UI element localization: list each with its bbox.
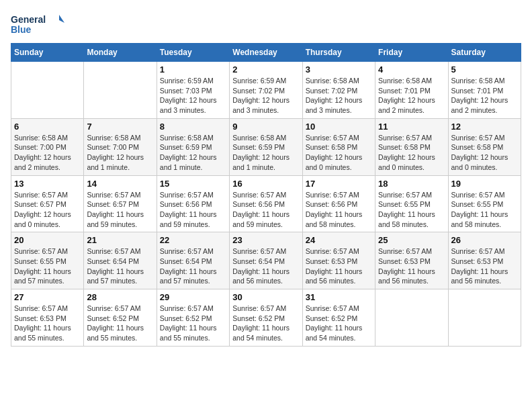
day-info: Sunrise: 6:57 AM Sunset: 6:54 PM Dayligh… [87,246,153,286]
day-info: Sunrise: 6:57 AM Sunset: 6:56 PM Dayligh… [232,190,299,230]
calendar-cell: 4Sunrise: 6:58 AM Sunset: 7:01 PM Daylig… [375,62,448,119]
day-number: 26 [451,235,518,245]
calendar-cell [375,289,448,347]
day-number: 12 [451,122,518,132]
calendar-cell: 12Sunrise: 6:57 AM Sunset: 6:58 PM Dayli… [448,118,521,175]
day-number: 28 [87,292,153,302]
day-info: Sunrise: 6:57 AM Sunset: 6:58 PM Dayligh… [451,133,518,173]
calendar-cell: 21Sunrise: 6:57 AM Sunset: 6:54 PM Dayli… [84,232,157,289]
calendar-cell: 19Sunrise: 6:57 AM Sunset: 6:55 PM Dayli… [448,175,521,232]
day-info: Sunrise: 6:58 AM Sunset: 7:02 PM Dayligh… [306,76,372,116]
day-info: Sunrise: 6:58 AM Sunset: 6:59 PM Dayligh… [232,133,299,173]
day-number: 29 [160,292,226,302]
day-number: 10 [306,122,372,132]
calendar-cell: 18Sunrise: 6:57 AM Sunset: 6:55 PM Dayli… [375,175,448,232]
calendar-cell [11,62,84,119]
calendar-cell: 1Sunrise: 6:59 AM Sunset: 7:03 PM Daylig… [157,62,229,119]
calendar-cell [84,62,157,119]
day-info: Sunrise: 6:59 AM Sunset: 7:02 PM Dayligh… [232,76,299,116]
day-info: Sunrise: 6:57 AM Sunset: 6:56 PM Dayligh… [160,190,226,230]
day-number: 11 [378,122,445,132]
calendar-cell: 3Sunrise: 6:58 AM Sunset: 7:02 PM Daylig… [302,62,375,119]
weekday-header: Friday [375,44,448,62]
day-info: Sunrise: 6:58 AM Sunset: 7:01 PM Dayligh… [378,76,445,116]
day-number: 2 [232,64,299,75]
day-number: 23 [232,235,299,245]
day-number: 22 [160,235,226,245]
calendar-header-row: SundayMondayTuesdayWednesdayThursdayFrid… [11,44,521,62]
calendar-cell: 27Sunrise: 6:57 AM Sunset: 6:53 PM Dayli… [11,289,84,347]
day-number: 18 [378,179,445,189]
calendar-cell [448,289,521,347]
calendar-cell: 30Sunrise: 6:57 AM Sunset: 6:52 PM Dayli… [230,289,302,347]
calendar-cell: 11Sunrise: 6:57 AM Sunset: 6:58 PM Dayli… [375,118,448,175]
day-number: 27 [14,292,81,302]
day-info: Sunrise: 6:57 AM Sunset: 6:55 PM Dayligh… [378,190,445,230]
day-number: 1 [160,64,226,75]
day-info: Sunrise: 6:57 AM Sunset: 6:54 PM Dayligh… [160,246,226,286]
calendar-cell: 23Sunrise: 6:57 AM Sunset: 6:54 PM Dayli… [230,232,302,289]
day-number: 7 [87,122,153,132]
calendar-cell: 17Sunrise: 6:57 AM Sunset: 6:56 PM Dayli… [302,175,375,232]
day-info: Sunrise: 6:57 AM Sunset: 6:58 PM Dayligh… [378,133,445,173]
calendar-cell: 2Sunrise: 6:59 AM Sunset: 7:02 PM Daylig… [230,62,302,119]
page-header: General Blue [11,11,521,38]
logo: General Blue [11,11,64,38]
day-number: 3 [306,64,372,75]
calendar-cell: 22Sunrise: 6:57 AM Sunset: 6:54 PM Dayli… [157,232,229,289]
day-info: Sunrise: 6:59 AM Sunset: 7:03 PM Dayligh… [160,76,226,116]
calendar-cell: 25Sunrise: 6:57 AM Sunset: 6:53 PM Dayli… [375,232,448,289]
calendar-cell: 13Sunrise: 6:57 AM Sunset: 6:57 PM Dayli… [11,175,84,232]
calendar-cell: 7Sunrise: 6:58 AM Sunset: 7:00 PM Daylig… [84,118,157,175]
calendar-cell: 29Sunrise: 6:57 AM Sunset: 6:52 PM Dayli… [157,289,229,347]
day-number: 19 [451,179,518,189]
calendar-cell: 26Sunrise: 6:57 AM Sunset: 6:53 PM Dayli… [448,232,521,289]
day-info: Sunrise: 6:57 AM Sunset: 6:56 PM Dayligh… [306,190,372,230]
day-info: Sunrise: 6:57 AM Sunset: 6:55 PM Dayligh… [451,190,518,230]
day-info: Sunrise: 6:57 AM Sunset: 6:58 PM Dayligh… [306,133,372,173]
day-info: Sunrise: 6:57 AM Sunset: 6:52 PM Dayligh… [160,304,226,343]
day-info: Sunrise: 6:58 AM Sunset: 7:00 PM Dayligh… [87,133,153,173]
day-info: Sunrise: 6:58 AM Sunset: 7:00 PM Dayligh… [14,133,81,173]
day-number: 9 [232,122,299,132]
day-info: Sunrise: 6:57 AM Sunset: 6:52 PM Dayligh… [232,304,299,343]
calendar-cell: 20Sunrise: 6:57 AM Sunset: 6:55 PM Dayli… [11,232,84,289]
day-number: 15 [160,179,226,189]
day-info: Sunrise: 6:57 AM Sunset: 6:53 PM Dayligh… [451,246,518,286]
calendar-cell: 28Sunrise: 6:57 AM Sunset: 6:52 PM Dayli… [84,289,157,347]
day-number: 16 [232,179,299,189]
calendar-week-row: 13Sunrise: 6:57 AM Sunset: 6:57 PM Dayli… [11,175,521,232]
calendar-week-row: 20Sunrise: 6:57 AM Sunset: 6:55 PM Dayli… [11,232,521,289]
calendar-cell: 15Sunrise: 6:57 AM Sunset: 6:56 PM Dayli… [157,175,229,232]
day-number: 25 [378,235,445,245]
calendar-cell: 10Sunrise: 6:57 AM Sunset: 6:58 PM Dayli… [302,118,375,175]
day-info: Sunrise: 6:57 AM Sunset: 6:53 PM Dayligh… [306,246,372,286]
svg-marker-2 [59,15,64,23]
weekday-header: Thursday [302,44,375,62]
day-info: Sunrise: 6:57 AM Sunset: 6:53 PM Dayligh… [378,246,445,286]
day-number: 24 [306,235,372,245]
day-info: Sunrise: 6:58 AM Sunset: 7:01 PM Dayligh… [451,76,518,116]
calendar-cell: 6Sunrise: 6:58 AM Sunset: 7:00 PM Daylig… [11,118,84,175]
weekday-header: Wednesday [230,44,302,62]
calendar-week-row: 27Sunrise: 6:57 AM Sunset: 6:53 PM Dayli… [11,289,521,347]
weekday-header: Tuesday [157,44,229,62]
day-number: 20 [14,235,81,245]
calendar-cell: 31Sunrise: 6:57 AM Sunset: 6:52 PM Dayli… [302,289,375,347]
calendar-cell: 14Sunrise: 6:57 AM Sunset: 6:57 PM Dayli… [84,175,157,232]
weekday-header: Sunday [11,44,84,62]
logo-svg: General Blue [11,11,64,38]
day-number: 13 [14,179,81,189]
calendar-table: SundayMondayTuesdayWednesdayThursdayFrid… [11,43,521,347]
svg-text:Blue: Blue [11,24,32,35]
day-number: 31 [306,292,372,302]
day-number: 6 [14,122,81,132]
day-number: 21 [87,235,153,245]
day-info: Sunrise: 6:57 AM Sunset: 6:57 PM Dayligh… [87,190,153,230]
day-number: 8 [160,122,226,132]
day-info: Sunrise: 6:58 AM Sunset: 6:59 PM Dayligh… [160,133,226,173]
day-number: 17 [306,179,372,189]
calendar-cell: 8Sunrise: 6:58 AM Sunset: 6:59 PM Daylig… [157,118,229,175]
day-number: 4 [378,64,445,75]
day-number: 14 [87,179,153,189]
